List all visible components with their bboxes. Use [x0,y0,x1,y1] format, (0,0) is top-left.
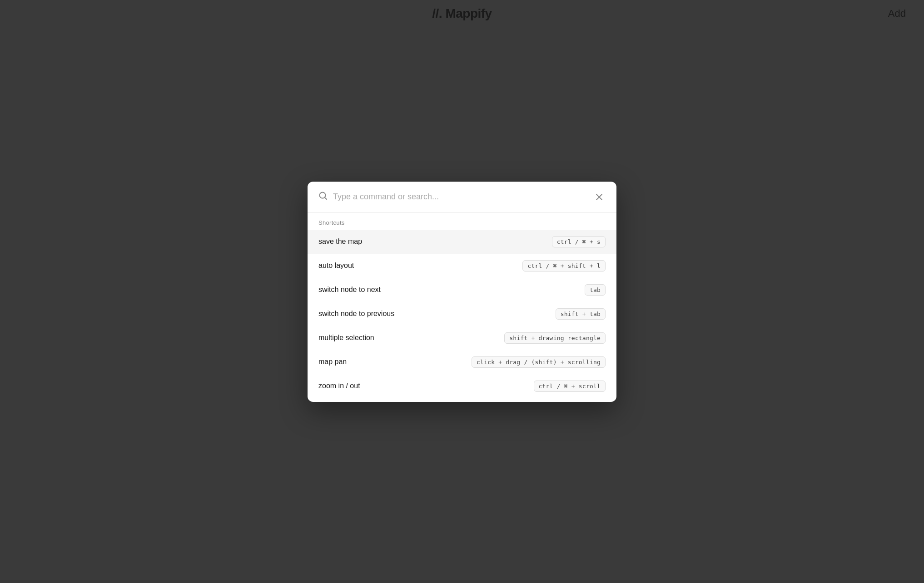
shortcut-name-multiple-selection: multiple selection [318,334,374,342]
shortcuts-section-label: Shortcuts [308,213,616,230]
key-badge-auto-layout: ctrl / ⌘ + shift + l [522,260,606,272]
modal-bottom-spacer [308,398,616,402]
shortcut-keys-zoom-in-out: ctrl / ⌘ + scroll [534,380,606,392]
shortcut-item-switch-node-to-previous[interactable]: switch node to previousshift + tab [308,302,616,326]
shortcut-name-auto-layout: auto layout [318,262,354,270]
close-modal-button[interactable] [593,191,606,203]
key-badge-switch-node-to-next: tab [585,284,606,296]
shortcut-name-switch-node-to-next: switch node to next [318,286,381,294]
shortcut-name-zoom-in-out: zoom in / out [318,382,360,390]
key-badge-switch-node-to-previous: shift + tab [556,308,606,320]
shortcut-item-auto-layout[interactable]: auto layoutctrl / ⌘ + shift + l [308,254,616,278]
search-icon [318,191,328,203]
key-badge-zoom-in-out: ctrl / ⌘ + scroll [534,380,606,392]
shortcut-keys-auto-layout: ctrl / ⌘ + shift + l [522,260,606,272]
shortcut-item-zoom-in-out[interactable]: zoom in / outctrl / ⌘ + scroll [308,374,616,398]
shortcut-keys-save-the-map: ctrl / ⌘ + s [552,236,606,247]
shortcut-keys-switch-node-to-previous: shift + tab [556,308,606,320]
key-badge-map-pan: click + drag / (shift) + scrolling [472,356,606,368]
shortcuts-list: save the mapctrl / ⌘ + sauto layoutctrl … [308,230,616,398]
command-modal: Shortcuts save the mapctrl / ⌘ + sauto l… [308,182,616,402]
shortcut-item-multiple-selection[interactable]: multiple selectionshift + drawing rectan… [308,326,616,350]
modal-overlay: Shortcuts save the mapctrl / ⌘ + sauto l… [0,0,924,583]
shortcut-item-switch-node-to-next[interactable]: switch node to nexttab [308,278,616,302]
shortcut-name-switch-node-to-previous: switch node to previous [318,310,394,318]
shortcut-keys-multiple-selection: shift + drawing rectangle [504,332,606,344]
search-header [308,182,616,213]
shortcut-name-save-the-map: save the map [318,237,362,246]
shortcut-item-save-the-map[interactable]: save the mapctrl / ⌘ + s [308,230,616,254]
shortcut-name-map-pan: map pan [318,358,347,366]
key-badge-multiple-selection: shift + drawing rectangle [504,332,606,344]
command-search-input[interactable] [333,192,587,202]
shortcut-item-map-pan[interactable]: map panclick + drag / (shift) + scrollin… [308,350,616,374]
svg-line-1 [325,198,327,199]
key-badge-save-the-map: ctrl / ⌘ + s [552,236,606,247]
shortcut-keys-map-pan: click + drag / (shift) + scrolling [472,356,606,368]
shortcut-keys-switch-node-to-next: tab [585,284,606,296]
